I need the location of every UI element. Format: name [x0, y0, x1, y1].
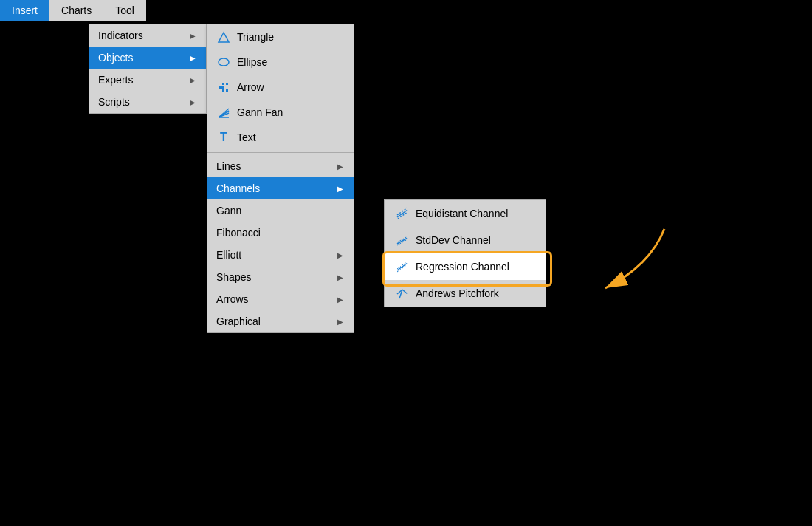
scripts-label: Scripts: [98, 96, 130, 108]
objects-separator: [207, 152, 354, 153]
arrow-shapes-icon: [216, 80, 231, 95]
channel-equidistant[interactable]: Equidistant Channel: [385, 200, 546, 227]
objects-gann-fan[interactable]: Gann Fan: [207, 100, 354, 125]
menu-bar: Insert Charts Tool: [0, 0, 146, 21]
objects-channels[interactable]: Channels ▶: [207, 177, 354, 199]
insert-scripts[interactable]: Scripts ▶: [89, 91, 206, 113]
objects-arrow[interactable]: Arrow: [207, 75, 354, 100]
insert-indicators[interactable]: Indicators ▶: [89, 24, 206, 47]
channels-label: Channels: [216, 182, 260, 194]
gann-fan-label: Gann Fan: [237, 106, 283, 118]
ellipse-label: Ellipse: [237, 56, 267, 68]
channel-andrews[interactable]: Andrews Pitchfork: [385, 280, 546, 307]
objects-arrows[interactable]: Arrows ▶: [207, 288, 354, 310]
svg-point-1: [219, 58, 229, 66]
objects-submenu: Triangle Ellipse Arr: [207, 24, 354, 333]
text-label: Text: [237, 132, 256, 143]
arrows-label: Arrows: [216, 293, 249, 305]
objects-label: Objects: [98, 52, 133, 64]
menu-insert[interactable]: Insert: [0, 0, 49, 21]
gann-fan-icon: [216, 105, 231, 120]
svg-marker-0: [219, 33, 229, 42]
triangle-label: Triangle: [237, 31, 274, 43]
graphical-arrow: ▶: [337, 318, 343, 326]
objects-gann[interactable]: Gann: [207, 199, 354, 222]
arrows-arrow: ▶: [337, 296, 343, 304]
objects-shapes[interactable]: Shapes ▶: [207, 266, 354, 288]
experts-label: Experts: [98, 74, 133, 86]
svg-line-23: [402, 290, 407, 294]
objects-text[interactable]: T Text: [207, 125, 354, 150]
triangle-icon: [216, 30, 231, 44]
regression-label: Regression Channel: [416, 261, 509, 273]
andrews-label: Andrews Pitchfork: [416, 287, 499, 299]
svg-line-15: [397, 238, 407, 244]
objects-triangle[interactable]: Triangle: [207, 24, 354, 49]
stddev-icon: [395, 233, 410, 247]
svg-rect-2: [219, 86, 224, 89]
channel-regression[interactable]: Regression Channel: [385, 253, 546, 280]
fibonacci-label: Fibonacci: [216, 227, 261, 239]
experts-arrow: ▶: [190, 76, 196, 84]
insert-dropdown: Indicators ▶ Objects ▶ Experts ▶ Scripts…: [89, 24, 207, 114]
indicators-arrow: ▶: [190, 32, 196, 40]
elliott-label: Elliott: [216, 249, 241, 261]
insert-experts[interactable]: Experts ▶: [89, 69, 206, 91]
ellipse-icon: [216, 55, 231, 69]
graphical-label: Graphical: [216, 315, 261, 327]
equidistant-icon: [395, 206, 410, 221]
channels-arrow: ▶: [337, 185, 343, 193]
lines-label: Lines: [216, 160, 241, 172]
menu-charts[interactable]: Charts: [49, 0, 103, 21]
text-icon: T: [216, 130, 231, 145]
andrews-icon: [395, 286, 410, 301]
gann-label: Gann: [216, 205, 241, 216]
indicators-label: Indicators: [98, 30, 143, 41]
elliott-arrow: ▶: [337, 251, 343, 259]
shapes-label: Shapes: [216, 271, 251, 283]
equidistant-label: Equidistant Channel: [416, 208, 508, 219]
scripts-arrow: ▶: [190, 98, 196, 106]
channel-stddev[interactable]: StdDev Channel: [385, 227, 546, 253]
objects-fibonacci[interactable]: Fibonacci: [207, 222, 354, 244]
annotation-arrow: [531, 222, 679, 310]
objects-ellipse[interactable]: Ellipse: [207, 49, 354, 75]
regression-icon: [395, 259, 410, 274]
svg-line-18: [397, 263, 407, 270]
menu-tool[interactable]: Tool: [103, 0, 146, 21]
svg-rect-6: [226, 89, 228, 92]
svg-rect-4: [226, 83, 228, 85]
shapes-arrow: ▶: [337, 273, 343, 281]
lines-arrow: ▶: [337, 163, 343, 171]
stddev-label: StdDev Channel: [416, 234, 491, 246]
svg-rect-3: [222, 83, 224, 85]
objects-arrow: ▶: [190, 54, 196, 62]
objects-elliott[interactable]: Elliott ▶: [207, 244, 354, 266]
objects-lines[interactable]: Lines ▶: [207, 155, 354, 177]
arrow-label: Arrow: [237, 81, 264, 93]
objects-graphical[interactable]: Graphical ▶: [207, 310, 354, 332]
insert-objects[interactable]: Objects ▶: [89, 47, 206, 69]
svg-rect-5: [222, 89, 224, 92]
channels-submenu: Equidistant Channel StdDev Channel: [384, 199, 546, 307]
